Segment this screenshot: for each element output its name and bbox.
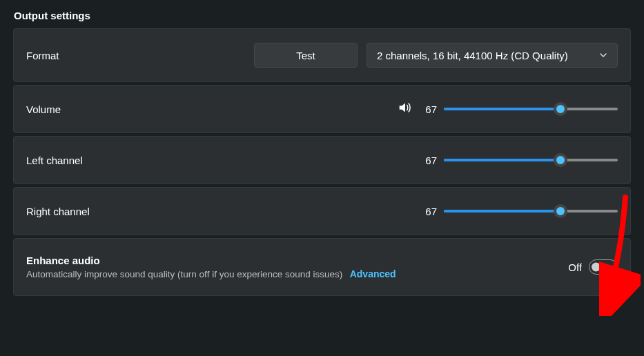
right-channel-value: 67 xyxy=(420,206,437,217)
settings-list: Format Test 2 channels, 16 bit, 44100 Hz… xyxy=(0,28,644,310)
left-channel-slider[interactable] xyxy=(444,153,618,167)
left-channel-value: 67 xyxy=(420,155,437,166)
chevron-down-icon xyxy=(599,50,607,61)
format-label: Format xyxy=(26,50,59,61)
left-channel-row: Left channel 67 xyxy=(13,136,631,184)
test-button[interactable]: Test xyxy=(254,43,358,68)
enhance-toggle[interactable] xyxy=(589,259,618,275)
enhance-audio-row: Enhance audio Automatically improve soun… xyxy=(13,238,631,296)
right-channel-label: Right channel xyxy=(26,206,90,217)
format-row: Format Test 2 channels, 16 bit, 44100 Hz… xyxy=(13,28,631,82)
advanced-link[interactable]: Advanced xyxy=(350,268,396,279)
volume-label: Volume xyxy=(26,103,61,115)
volume-value: 67 xyxy=(420,103,437,115)
format-select-value: 2 channels, 16 bit, 44100 Hz (CD Quality… xyxy=(377,50,568,61)
page-title: Output settings xyxy=(0,0,644,28)
enhance-subtitle: Automatically improve sound quality (tur… xyxy=(26,269,342,279)
left-channel-label: Left channel xyxy=(26,155,83,166)
right-channel-row: Right channel 67 xyxy=(13,187,631,235)
enhance-state-label: Off xyxy=(568,261,582,273)
volume-row: Volume 67 xyxy=(13,85,631,133)
speaker-icon[interactable] xyxy=(397,100,412,118)
enhance-title: Enhance audio xyxy=(26,255,396,266)
right-channel-slider[interactable] xyxy=(444,204,618,218)
format-select[interactable]: 2 channels, 16 bit, 44100 Hz (CD Quality… xyxy=(367,43,618,68)
volume-slider[interactable] xyxy=(444,102,618,116)
